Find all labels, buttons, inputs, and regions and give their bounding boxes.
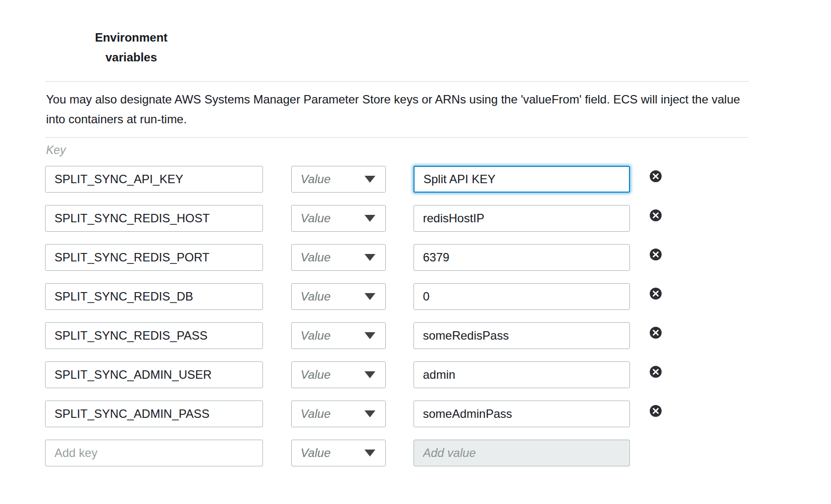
env-var-row: Value <box>45 283 831 310</box>
remove-x-icon <box>649 169 663 183</box>
env-var-row: Value <box>45 205 831 232</box>
env-type-select[interactable]: Value <box>291 205 386 232</box>
chevron-down-icon <box>364 410 375 417</box>
remove-x-icon <box>649 365 663 379</box>
remove-row-button[interactable] <box>649 287 663 301</box>
env-value-input[interactable] <box>414 166 630 193</box>
section-description: You may also designate AWS Systems Manag… <box>46 90 754 129</box>
add-key-input[interactable] <box>45 440 263 466</box>
env-key-input[interactable] <box>45 244 263 271</box>
env-var-row: Value <box>45 361 831 388</box>
env-var-rows: Value Value Value <box>0 166 831 427</box>
remove-row-button[interactable] <box>649 365 663 379</box>
add-row-type-select[interactable]: Value <box>291 440 386 466</box>
env-value-input[interactable] <box>414 283 630 310</box>
env-value-input[interactable] <box>414 244 630 271</box>
chevron-down-icon <box>364 371 375 378</box>
chevron-down-icon <box>364 332 375 339</box>
env-type-select[interactable]: Value <box>291 401 386 427</box>
env-key-input[interactable] <box>45 361 263 388</box>
remove-row-button[interactable] <box>649 208 663 222</box>
environment-variables-section: Environment variables You may also desig… <box>0 0 831 466</box>
env-var-row: Value <box>45 322 831 349</box>
chevron-down-icon <box>364 176 375 183</box>
env-type-select[interactable]: Value <box>291 244 386 271</box>
remove-x-icon <box>649 326 663 340</box>
env-var-add-row: Value <box>45 440 831 466</box>
type-select-label: Value <box>301 172 331 186</box>
chevron-down-icon <box>364 293 375 300</box>
type-select-label: Value <box>301 407 331 421</box>
env-key-input[interactable] <box>45 322 263 349</box>
section-title: Environment variables <box>84 28 178 67</box>
env-type-select[interactable]: Value <box>291 166 386 193</box>
chevron-down-icon <box>364 450 375 456</box>
type-select-label: Value <box>301 446 331 460</box>
env-key-input[interactable] <box>45 166 263 193</box>
env-value-input[interactable] <box>414 361 630 388</box>
key-column-header: Key <box>46 144 831 157</box>
chevron-down-icon <box>364 254 375 261</box>
env-type-select[interactable]: Value <box>291 322 386 349</box>
env-var-row: Value <box>45 401 831 427</box>
chevron-down-icon <box>364 215 375 222</box>
type-select-label: Value <box>301 290 331 303</box>
add-value-input[interactable] <box>414 440 630 466</box>
remove-row-button[interactable] <box>649 169 663 183</box>
env-type-select[interactable]: Value <box>291 283 386 310</box>
env-key-input[interactable] <box>45 205 263 232</box>
type-select-label: Value <box>301 251 331 264</box>
divider <box>45 137 749 138</box>
section-title-line1: Environment <box>84 28 178 48</box>
env-value-input[interactable] <box>414 205 630 232</box>
type-select-label: Value <box>301 368 331 382</box>
env-key-input[interactable] <box>45 283 263 310</box>
divider <box>45 81 749 82</box>
type-select-label: Value <box>301 211 331 225</box>
remove-row-button[interactable] <box>649 248 663 261</box>
env-var-row: Value <box>45 244 831 271</box>
env-type-select[interactable]: Value <box>291 361 386 388</box>
env-value-input[interactable] <box>414 401 630 427</box>
env-var-row: Value <box>45 166 831 193</box>
remove-row-button[interactable] <box>649 326 663 340</box>
remove-row-button[interactable] <box>649 404 663 418</box>
type-select-label: Value <box>301 329 331 343</box>
remove-x-icon <box>649 248 663 261</box>
remove-x-icon <box>649 208 663 222</box>
section-title-line2: variables <box>84 48 178 67</box>
remove-x-icon <box>649 287 663 301</box>
env-key-input[interactable] <box>45 401 263 427</box>
env-value-input[interactable] <box>414 322 630 349</box>
remove-x-icon <box>649 404 663 418</box>
